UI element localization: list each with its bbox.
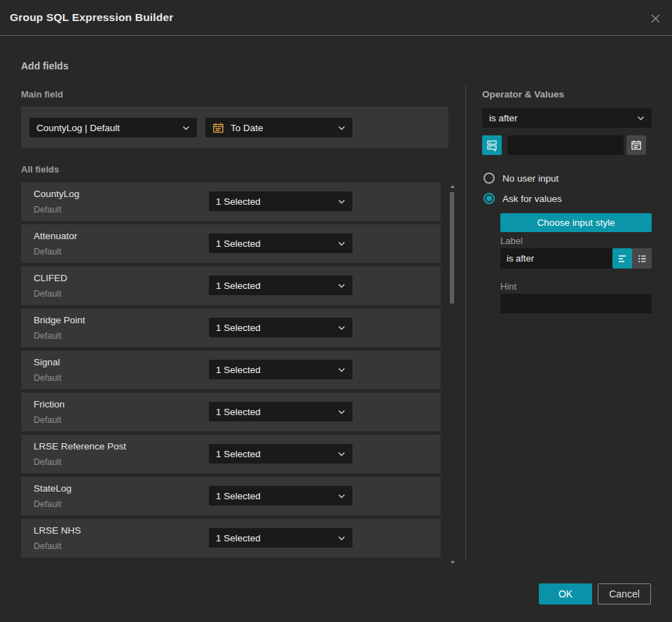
label-input[interactable] — [500, 248, 612, 269]
field-values-select[interactable]: 1 Selected — [209, 528, 352, 548]
field-subtitle: Default — [34, 541, 62, 551]
field-row-attenuator: Attenuator Default 1 Selected — [21, 224, 441, 263]
chevron-down-icon — [338, 325, 345, 330]
field-subtitle: Default — [34, 457, 62, 467]
title-bar: Group SQL Expression Builder — [0, 0, 672, 36]
field-values-select-value: 1 Selected — [216, 365, 332, 375]
field-name: LRSE Reference Post — [34, 441, 126, 452]
field-row-lrse-nhs: LRSE NHS Default 1 Selected — [21, 519, 441, 557]
radio-icon — [484, 173, 495, 184]
field-name: Bridge Point — [34, 315, 85, 325]
value-input-row — [482, 135, 652, 155]
field-row-friction: Friction Default 1 Selected — [21, 393, 441, 431]
get-values-from-data-icon — [486, 139, 498, 151]
operator-select[interactable]: is after — [482, 108, 652, 128]
field-subtitle: Default — [34, 289, 62, 299]
field-values-select[interactable]: 1 Selected — [209, 234, 352, 253]
get-values-from-data-button[interactable] — [482, 135, 502, 155]
field-row-lrse-reference-post: LRSE Reference Post Default 1 Selected — [21, 435, 441, 473]
field-name: Friction — [34, 399, 64, 410]
panel-divider — [465, 86, 466, 561]
field-values-select-value: 1 Selected — [216, 491, 332, 501]
radio-ask-for-values[interactable]: Ask for values — [484, 192, 562, 205]
field-values-select[interactable]: 1 Selected — [209, 191, 352, 211]
dialog-title: Group SQL Expression Builder — [10, 11, 174, 24]
single-line-input-style-button[interactable] — [612, 248, 632, 269]
field-name: Attenuator — [34, 231, 77, 241]
field-values-select[interactable]: 1 Selected — [209, 276, 352, 295]
main-field-label: Main field — [21, 89, 63, 100]
main-field-panel: CountyLog | Default To Date — [21, 107, 448, 148]
scrollbar-thumb[interactable] — [450, 192, 454, 304]
ok-button[interactable]: OK — [539, 583, 592, 604]
field-name: CLIFED — [34, 273, 67, 283]
field-subtitle: Default — [34, 373, 62, 383]
radio-no-user-input[interactable]: No user input — [484, 172, 558, 184]
field-subtitle: Default — [34, 415, 62, 425]
field-values-select-value: 1 Selected — [216, 533, 332, 543]
radio-label: No user input — [502, 173, 558, 184]
field-values-select[interactable]: 1 Selected — [209, 360, 352, 379]
date-picker-button[interactable] — [626, 135, 646, 155]
chevron-down-icon — [338, 367, 345, 372]
field-values-select[interactable]: 1 Selected — [209, 444, 352, 464]
field-values-select[interactable]: 1 Selected — [209, 486, 352, 506]
close-button[interactable] — [648, 11, 662, 25]
field-values-select-value: 1 Selected — [216, 238, 332, 249]
field-row-countylog: CountyLog Default 1 Selected — [21, 182, 441, 221]
chevron-down-icon — [338, 494, 345, 499]
field-name: CountyLog — [34, 189, 79, 199]
field-row-signal: Signal Default 1 Selected — [21, 351, 441, 389]
field-name: LRSE NHS — [34, 525, 81, 536]
main-field-select[interactable]: CountyLog | Default — [29, 118, 197, 137]
field-values-select-value: 1 Selected — [216, 196, 332, 207]
chevron-down-icon — [338, 452, 345, 457]
date-type-select[interactable]: To Date — [205, 118, 352, 137]
cancel-button[interactable]: Cancel — [598, 583, 651, 604]
label-field-label: Label — [500, 236, 523, 246]
list-input-icon — [636, 253, 647, 264]
chevron-down-icon — [338, 241, 345, 246]
chevron-down-icon — [338, 126, 345, 130]
scrollbar-down-arrow-icon[interactable] — [451, 561, 455, 564]
choose-input-style-button[interactable]: Choose input style — [500, 213, 652, 232]
field-row-bridge-point: Bridge Point Default 1 Selected — [21, 309, 441, 347]
field-values-select-value: 1 Selected — [216, 449, 332, 459]
field-subtitle: Default — [34, 331, 62, 341]
field-name: StateLog — [34, 483, 71, 494]
list-input-style-button[interactable] — [632, 248, 652, 269]
field-subtitle: Default — [34, 205, 62, 215]
field-values-select[interactable]: 1 Selected — [209, 318, 352, 337]
chevron-down-icon — [182, 126, 190, 130]
field-values-select-value: 1 Selected — [216, 323, 332, 333]
list-scrollbar[interactable] — [449, 182, 456, 565]
radio-selected-icon — [484, 193, 495, 204]
field-subtitle: Default — [34, 499, 62, 509]
label-input-row — [500, 248, 652, 269]
radio-label: Ask for values — [502, 194, 562, 204]
date-type-select-value: To Date — [231, 123, 332, 133]
chevron-down-icon — [338, 536, 345, 541]
field-values-select[interactable]: 1 Selected — [209, 402, 352, 421]
scrollbar-up-arrow-icon[interactable] — [451, 185, 455, 188]
chevron-down-icon — [338, 199, 345, 204]
field-row-clifed: CLIFED Default 1 Selected — [21, 266, 441, 305]
group-sql-expression-builder-dialog: Group SQL Expression Builder Add fields … — [0, 0, 672, 622]
field-subtitle: Default — [34, 247, 62, 257]
chevron-down-icon — [338, 283, 345, 288]
hint-input[interactable] — [500, 294, 652, 313]
value-input[interactable] — [507, 135, 624, 155]
operator-select-value: is after — [489, 113, 631, 123]
calendar-icon — [212, 122, 224, 134]
single-line-input-icon — [617, 253, 628, 264]
main-field-select-value: CountyLog | Default — [36, 123, 177, 133]
operator-values-heading: Operator & Values — [482, 89, 564, 100]
field-name: Signal — [34, 357, 60, 367]
field-values-select-value: 1 Selected — [216, 407, 332, 417]
field-row-statelog: StateLog Default 1 Selected — [21, 477, 441, 515]
add-fields-heading: Add fields — [21, 60, 69, 72]
all-fields-label: All fields — [21, 164, 59, 175]
all-fields-list: CountyLog Default 1 Selected Attenuator … — [21, 182, 441, 561]
chevron-down-icon — [637, 116, 645, 121]
calendar-icon — [631, 140, 642, 151]
